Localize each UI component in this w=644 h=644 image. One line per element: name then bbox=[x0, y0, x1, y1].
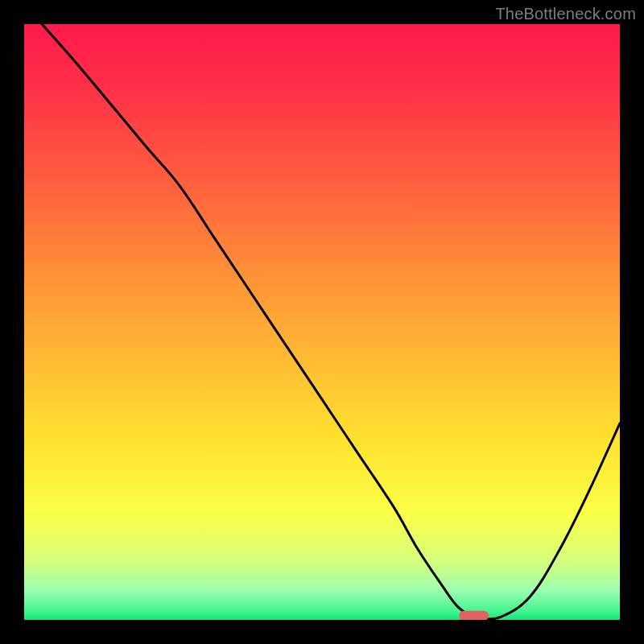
watermark-text: TheBottleneck.com bbox=[495, 5, 636, 23]
gradient-background bbox=[24, 24, 620, 620]
optimum-marker bbox=[459, 611, 489, 620]
plot-svg bbox=[24, 24, 620, 620]
chart-frame: TheBottleneck.com bbox=[0, 0, 644, 644]
plot-area bbox=[24, 24, 620, 620]
